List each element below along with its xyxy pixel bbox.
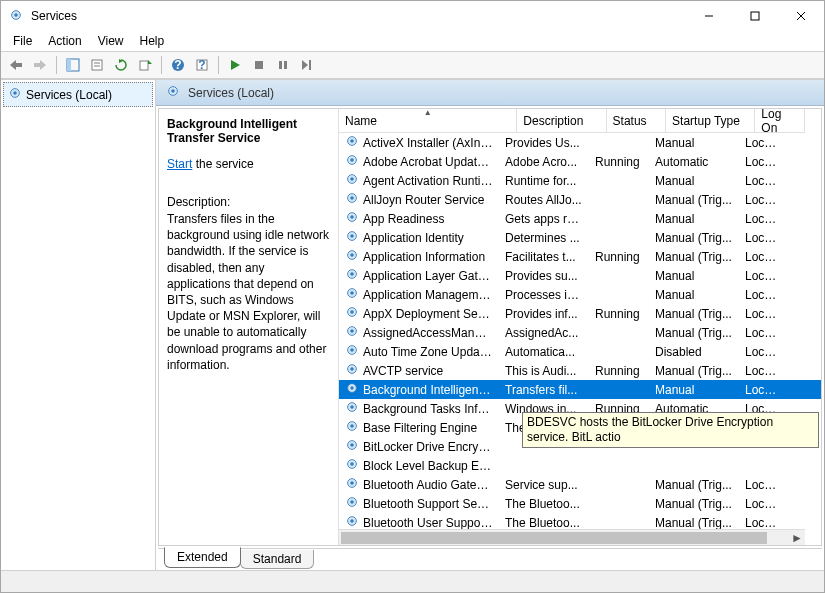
service-startup: Manual bbox=[649, 383, 739, 397]
scroll-right-button[interactable]: ► bbox=[789, 530, 805, 545]
service-row[interactable]: Application IdentityDetermines ...Manual… bbox=[339, 228, 821, 247]
service-logon: Local Se bbox=[739, 478, 789, 492]
service-row[interactable]: AVCTP serviceThis is Audi...RunningManua… bbox=[339, 361, 821, 380]
service-status: Running bbox=[589, 364, 649, 378]
service-logon: Local Sy bbox=[739, 516, 789, 530]
services-list: Name▲ Description Status Startup Type Lo… bbox=[339, 109, 821, 545]
service-icon bbox=[345, 476, 359, 493]
service-row[interactable]: Bluetooth Support ServiceThe Bluetoo...M… bbox=[339, 494, 821, 513]
service-startup: Manual bbox=[649, 174, 739, 188]
restart-service-button[interactable] bbox=[296, 54, 318, 76]
service-icon bbox=[345, 210, 359, 227]
svg-point-49 bbox=[350, 291, 354, 295]
service-row[interactable]: Application Layer Gateway ...Provides su… bbox=[339, 266, 821, 285]
service-name: Application Identity bbox=[363, 231, 464, 245]
column-header-description[interactable]: Description bbox=[517, 109, 606, 132]
close-button[interactable] bbox=[778, 1, 824, 31]
column-header-logon[interactable]: Log On bbox=[755, 109, 805, 132]
tab-standard[interactable]: Standard bbox=[240, 550, 315, 569]
service-name: AllJoyn Router Service bbox=[363, 193, 484, 207]
export-list-button[interactable] bbox=[134, 54, 156, 76]
service-row[interactable]: Application ManagementProcesses in...Man… bbox=[339, 285, 821, 304]
service-name: Auto Time Zone Updater bbox=[363, 345, 493, 359]
service-description: Determines ... bbox=[499, 231, 589, 245]
show-hide-tree-button[interactable] bbox=[62, 54, 84, 76]
service-description: This is Audi... bbox=[499, 364, 589, 378]
service-row[interactable]: AssignedAccessManager Se...AssignedAc...… bbox=[339, 323, 821, 342]
service-description: Facilitates t... bbox=[499, 250, 589, 264]
service-description: The Bluetoo... bbox=[499, 516, 589, 530]
service-startup: Manual bbox=[649, 136, 739, 150]
svg-point-67 bbox=[350, 462, 354, 466]
menu-file[interactable]: File bbox=[7, 32, 38, 50]
pause-service-button[interactable] bbox=[272, 54, 294, 76]
service-row[interactable]: Agent Activation Runtime_...Runtime for.… bbox=[339, 171, 821, 190]
service-row[interactable]: Block Level Backup Engine ... bbox=[339, 456, 821, 475]
menu-action[interactable]: Action bbox=[42, 32, 87, 50]
service-row[interactable]: Adobe Acrobat Update Serv...Adobe Acro..… bbox=[339, 152, 821, 171]
maximize-button[interactable] bbox=[732, 1, 778, 31]
service-name: Application Layer Gateway ... bbox=[363, 269, 493, 283]
service-logon: Local Sy bbox=[739, 326, 789, 340]
service-row[interactable]: AllJoyn Router ServiceRoutes AllJo...Man… bbox=[339, 190, 821, 209]
service-logon: Local Se bbox=[739, 193, 789, 207]
tab-extended[interactable]: Extended bbox=[164, 547, 241, 568]
service-icon bbox=[345, 153, 359, 170]
view-tabs: Extended Standard bbox=[158, 548, 822, 570]
service-row[interactable]: Application InformationFacilitates t...R… bbox=[339, 247, 821, 266]
service-name: Application Management bbox=[363, 288, 493, 302]
services-window: Services File Action View Help ? ? bbox=[0, 0, 825, 593]
service-row[interactable]: Auto Time Zone UpdaterAutomatica...Disab… bbox=[339, 342, 821, 361]
console-tree: Services (Local) bbox=[1, 80, 156, 570]
forward-button[interactable] bbox=[29, 54, 51, 76]
service-name: ActiveX Installer (AxInstSV) bbox=[363, 136, 493, 150]
stop-service-button[interactable] bbox=[248, 54, 270, 76]
service-row[interactable]: Bluetooth Audio Gateway S...Service sup.… bbox=[339, 475, 821, 494]
svg-rect-9 bbox=[34, 63, 40, 67]
pane-header: Services (Local) bbox=[156, 80, 824, 106]
service-name: Block Level Backup Engine ... bbox=[363, 459, 493, 473]
scrollbar-thumb[interactable] bbox=[341, 532, 767, 544]
service-icon bbox=[345, 134, 359, 151]
service-icon bbox=[345, 267, 359, 284]
column-header-name[interactable]: Name▲ bbox=[339, 109, 517, 132]
service-icon bbox=[345, 438, 359, 455]
service-description: Service sup... bbox=[499, 478, 589, 492]
service-name: BitLocker Drive Encryption ... bbox=[363, 440, 493, 454]
service-description: Provides Us... bbox=[499, 136, 589, 150]
column-header-startup[interactable]: Startup Type bbox=[666, 109, 755, 132]
svg-point-31 bbox=[171, 89, 175, 93]
horizontal-scrollbar[interactable]: ► bbox=[339, 529, 805, 545]
help-topics-button[interactable]: ? bbox=[191, 54, 213, 76]
list-body[interactable]: ActiveX Installer (AxInstSV)Provides Us.… bbox=[339, 133, 821, 529]
selected-service-title: Background Intelligent Transfer Service bbox=[167, 117, 330, 145]
svg-rect-27 bbox=[309, 60, 311, 70]
service-icon bbox=[345, 191, 359, 208]
start-service-button[interactable] bbox=[224, 54, 246, 76]
back-button[interactable] bbox=[5, 54, 27, 76]
svg-point-65 bbox=[350, 443, 354, 447]
properties-button[interactable] bbox=[86, 54, 108, 76]
tree-node-services-local[interactable]: Services (Local) bbox=[3, 82, 153, 107]
service-row[interactable]: AppX Deployment Service (...Provides inf… bbox=[339, 304, 821, 323]
service-startup: Manual (Trig... bbox=[649, 307, 739, 321]
start-service-link[interactable]: Start bbox=[167, 157, 192, 171]
service-description: Routes AllJo... bbox=[499, 193, 589, 207]
service-row[interactable]: ActiveX Installer (AxInstSV)Provides Us.… bbox=[339, 133, 821, 152]
svg-point-1 bbox=[14, 13, 18, 17]
column-header-status[interactable]: Status bbox=[607, 109, 667, 132]
refresh-button[interactable] bbox=[110, 54, 132, 76]
service-row[interactable]: Background Intelligent Tran...Transfers … bbox=[339, 380, 821, 399]
service-logon: Local Sy bbox=[739, 307, 789, 321]
service-name: Bluetooth Audio Gateway S... bbox=[363, 478, 493, 492]
menu-help[interactable]: Help bbox=[134, 32, 171, 50]
menu-view[interactable]: View bbox=[92, 32, 130, 50]
service-row[interactable]: Bluetooth User Support Ser...The Bluetoo… bbox=[339, 513, 821, 529]
main-area: Services (Local) Services (Local) Backgr… bbox=[1, 79, 824, 570]
service-row[interactable]: App ReadinessGets apps re...ManualLocal … bbox=[339, 209, 821, 228]
service-startup: Manual (Trig... bbox=[649, 326, 739, 340]
service-icon bbox=[345, 343, 359, 360]
service-name: Base Filtering Engine bbox=[363, 421, 477, 435]
help-button[interactable]: ? bbox=[167, 54, 189, 76]
minimize-button[interactable] bbox=[686, 1, 732, 31]
